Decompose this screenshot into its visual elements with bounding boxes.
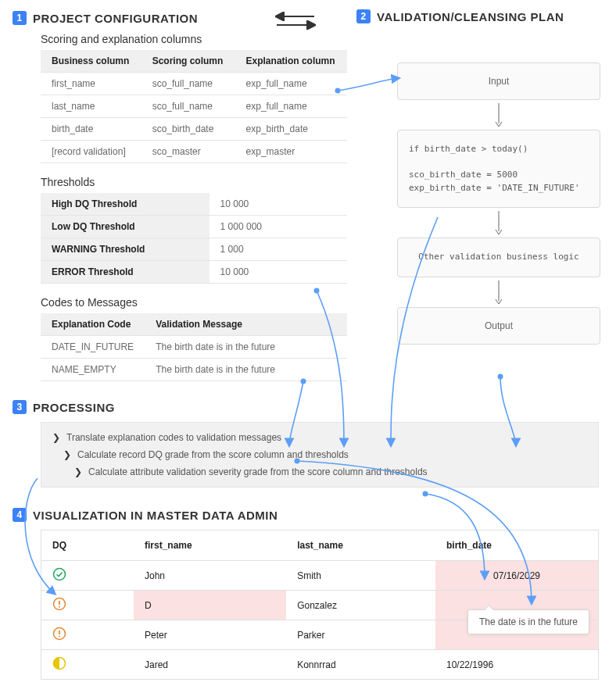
table-row: birth_datesco_birth_dateexp_birth_date	[41, 118, 347, 141]
threshold-label: ERROR Threshold	[41, 261, 210, 284]
col-header: Explanation Code	[41, 313, 145, 336]
flow-code-box: if birth_date > today() sco_birth_date =…	[397, 130, 600, 208]
table-row: High DQ Threshold10 000	[41, 193, 347, 216]
col-header: first_name	[134, 530, 286, 561]
svg-point-5	[54, 569, 66, 580]
flow-diagram: Input if birth_date > today() sco_birth_…	[397, 63, 600, 345]
flow-label: Other validation business logic	[409, 251, 589, 264]
flow-label: Output	[485, 320, 513, 331]
tooltip: The date is in the future	[467, 609, 589, 634]
tooltip-text: The date is in the future	[479, 616, 578, 627]
dq-cell	[41, 591, 134, 620]
section-4-badge: 4	[13, 508, 27, 522]
processing-item: ❯Calculate attribute validation severity…	[41, 463, 598, 480]
cell: Gonzalez	[286, 591, 435, 620]
cell: first_name	[41, 73, 141, 95]
section-3-badge: 3	[13, 400, 27, 414]
col-header: Scoring column	[141, 50, 235, 73]
col-header: Validation Message	[145, 313, 347, 336]
svg-point-8	[59, 606, 60, 608]
cell: exp_birth_date	[235, 118, 347, 141]
threshold-label: High DQ Threshold	[41, 193, 210, 216]
cell: Jared	[134, 650, 286, 680]
processing-label: Translate explanation codes to validatio…	[66, 432, 281, 443]
table-row: last_namesco_full_nameexp_full_name	[41, 95, 347, 118]
alert-circle-icon	[52, 597, 66, 611]
flow-arrow-down-icon	[397, 277, 600, 307]
cell: Smith	[286, 561, 435, 591]
section-2-title: VALIDATION/CLEANSING PLAN	[377, 10, 564, 23]
viz-table-wrap: DQ first_name last_name birth_date John …	[41, 530, 599, 680]
threshold-value: 10 000	[210, 193, 347, 216]
table-header-row: Explanation Code Validation Message	[41, 313, 347, 336]
code-line: if birth_date > today()	[409, 144, 528, 154]
flow-label: Input	[489, 76, 510, 87]
flow-logic-box: Other validation business logic	[397, 238, 600, 277]
chevron-right-icon: ❯	[52, 432, 60, 443]
cell: exp_master	[235, 141, 347, 163]
cell: 10/22/1996	[435, 650, 598, 680]
cell-error: D	[134, 591, 286, 620]
cell: sco_birth_date	[141, 118, 235, 141]
swap-arrows-icon	[272, 11, 319, 31]
threshold-value: 1 000	[210, 238, 347, 261]
col-header: birth_date	[435, 530, 598, 561]
cell: Konnrrad	[286, 650, 435, 680]
flow-input-box: Input	[397, 63, 600, 100]
cell: exp_full_name	[235, 73, 347, 95]
section-3-title: PROCESSING	[33, 401, 115, 414]
table-row: first_namesco_full_nameexp_full_name	[41, 73, 347, 95]
check-circle-icon	[52, 567, 66, 581]
table-row: WARNING Threshold1 000	[41, 238, 347, 261]
svg-point-16	[498, 374, 503, 380]
cell: The birth date is in the future	[145, 336, 347, 359]
cell: NAME_EMPTY	[41, 359, 145, 381]
svg-point-11	[59, 636, 60, 638]
threshold-label: WARNING Threshold	[41, 238, 210, 261]
processing-item: ❯Calculate record DQ grade from the scor…	[41, 446, 598, 463]
cell: John	[134, 561, 286, 591]
dq-cell	[41, 650, 134, 680]
threshold-value: 10 000	[210, 261, 347, 284]
flow-arrow-down-icon	[397, 208, 600, 238]
table-row: Low DQ Threshold1 000 000	[41, 216, 347, 238]
section-2-badge: 2	[356, 9, 371, 23]
code-line: sco_birth_date = 5000	[409, 170, 518, 180]
cell: last_name	[41, 95, 141, 118]
dq-cell	[41, 561, 134, 591]
section-4-title: VISUALIZATION IN MASTER DATA ADMIN	[33, 509, 278, 522]
table-row: NAME_EMPTYThe birth date is in the futur…	[41, 359, 347, 381]
processing-label: Calculate record DQ grade from the score…	[77, 449, 349, 460]
alert-circle-icon	[52, 627, 66, 641]
section-1-badge: 1	[13, 11, 27, 25]
svg-point-18	[423, 491, 428, 497]
thresholds-table: High DQ Threshold10 000 Low DQ Threshold…	[41, 193, 347, 284]
flow-output-box: Output	[397, 307, 600, 345]
section-4-header: 4 VISUALIZATION IN MASTER DATA ADMIN	[13, 508, 603, 522]
table-row: ERROR Threshold10 000	[41, 261, 347, 284]
processing-item: ❯Translate explanation codes to validati…	[41, 429, 598, 446]
scoring-table: Business column Scoring column Explanati…	[41, 50, 347, 163]
cell-error: 07/16/2029	[435, 561, 598, 591]
section-1-title: PROJECT CONFIGURATION	[33, 12, 198, 25]
svg-point-14	[314, 288, 320, 294]
col-header: Explanation column	[235, 50, 347, 73]
cell: DATE_IN_FUTURE	[41, 336, 145, 359]
table-row: Jared Konnrrad 10/22/1996	[41, 650, 598, 680]
dq-cell	[41, 620, 134, 650]
section-3-header: 3 PROCESSING	[13, 400, 603, 414]
cell: sco_master	[141, 141, 235, 163]
col-header: Business column	[41, 50, 141, 73]
cell: The birth date is in the future	[145, 359, 347, 381]
section-2-header: 2 VALIDATION/CLEANSING PLAN	[356, 9, 564, 23]
chevron-right-icon: ❯	[63, 449, 71, 460]
table-row: [record validation]sco_masterexp_master	[41, 141, 347, 163]
codes-table: Explanation Code Validation Message DATE…	[41, 313, 347, 381]
viz-table: DQ first_name last_name birth_date John …	[41, 530, 598, 679]
half-circle-icon	[52, 656, 66, 670]
flow-arrow-down-icon	[397, 100, 600, 130]
processing-label: Calculate attribute validation severity …	[88, 466, 428, 477]
table-header-row: DQ first_name last_name birth_date	[41, 530, 598, 561]
table-row: DATE_IN_FUTUREThe birth date is in the f…	[41, 336, 347, 359]
processing-box: ❯Translate explanation codes to validati…	[41, 422, 599, 488]
